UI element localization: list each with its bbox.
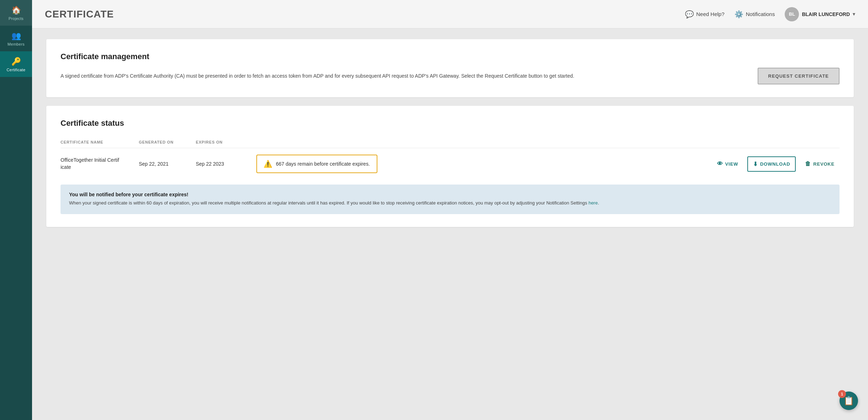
warning-icon: ⚠️	[263, 160, 272, 168]
header-actions: 💬 Need Help? ⚙️ Notifications BL BLAIR L…	[685, 7, 855, 21]
cert-expires-value: Sep 22 2023	[196, 161, 253, 167]
sidebar-item-label: Certificate	[7, 68, 26, 72]
sidebar-item-projects[interactable]: 🏠 Projects	[0, 0, 32, 26]
download-label: DOWNLOAD	[760, 161, 790, 167]
page-title: CERTIFICATE	[45, 9, 685, 20]
banner-text: When your signed certificate is within 6…	[69, 199, 831, 207]
avatar: BL	[785, 7, 799, 21]
need-help-button[interactable]: 💬 Need Help?	[685, 10, 725, 19]
col-header-generated: GENERATED ON	[139, 140, 196, 144]
cert-actions: 👁 VIEW ⬇ DOWNLOAD 🗑 REVOKE	[712, 156, 840, 172]
floating-help-button[interactable]: 1 📋	[840, 392, 858, 410]
chevron-down-icon: ▾	[853, 11, 855, 17]
chat-icon: 💬	[685, 10, 694, 19]
cert-status-title: Certificate status	[61, 119, 840, 128]
cert-management-title: Certificate management	[61, 52, 840, 61]
view-certificate-button[interactable]: 👁 VIEW	[712, 157, 743, 171]
cert-management-card: Certificate management A signed certific…	[46, 39, 854, 97]
sidebar: 🏠 Projects 👥 Members 🔑 Certificate	[0, 0, 32, 420]
banner-title: You will be notified before your certifi…	[69, 192, 831, 197]
sidebar-item-certificate[interactable]: 🔑 Certificate	[0, 51, 32, 77]
home-icon: 🏠	[11, 6, 21, 14]
gear-icon: ⚙️	[734, 10, 743, 19]
divider	[61, 148, 840, 148]
main-content: CERTIFICATE 💬 Need Help? ⚙️ Notification…	[32, 0, 868, 420]
members-icon: 👥	[11, 32, 21, 40]
cert-management-body: A signed certificate from ADP's Certific…	[61, 68, 840, 84]
request-certificate-button[interactable]: REQUEST CERTIFICATE	[758, 68, 840, 84]
certificate-icon: 🔑	[11, 58, 21, 66]
cert-table-header: CERTIFICATE NAME GENERATED ON EXPIRES ON	[61, 136, 840, 146]
revoke-label: REVOKE	[813, 161, 835, 167]
download-icon: ⬇	[753, 161, 758, 167]
col-header-expires: EXPIRES ON	[196, 140, 253, 144]
user-menu[interactable]: BL BLAIR LUNCEFORD ▾	[785, 7, 855, 21]
notifications-button[interactable]: ⚙️ Notifications	[734, 10, 775, 19]
sidebar-item-members[interactable]: 👥 Members	[0, 26, 32, 51]
chat-bubble-icon: 📋	[843, 396, 854, 406]
expiry-text: 667 days remain before certificate expir…	[276, 161, 370, 167]
notifications-label: Notifications	[746, 11, 775, 17]
expiry-notification-banner: You will be notified before your certifi…	[61, 185, 840, 214]
cert-name-value: OfficeTogether Initial Certif icate	[61, 157, 139, 171]
view-label: VIEW	[725, 161, 738, 167]
expiry-badge: ⚠️ 667 days remain before certificate ex…	[256, 155, 377, 173]
trash-icon: 🗑	[805, 161, 811, 167]
sidebar-item-label: Members	[7, 42, 25, 46]
cert-management-description: A signed certificate from ADP's Certific…	[61, 72, 743, 80]
help-label: Need Help?	[696, 11, 725, 17]
sidebar-item-label: Projects	[9, 16, 23, 21]
content-area: Certificate management A signed certific…	[32, 28, 868, 420]
revoke-certificate-button[interactable]: 🗑 REVOKE	[800, 157, 840, 171]
col-header-name: CERTIFICATE NAME	[61, 140, 139, 144]
user-name: BLAIR LUNCEFORD	[802, 11, 850, 17]
notification-settings-link[interactable]: here	[589, 200, 598, 206]
cert-generated-value: Sep 22, 2021	[139, 161, 196, 167]
notification-count-badge: 1	[838, 390, 846, 398]
eye-icon: 👁	[717, 161, 723, 167]
download-certificate-button[interactable]: ⬇ DOWNLOAD	[747, 156, 796, 172]
cert-table-row: OfficeTogether Initial Certif icate Sep …	[61, 150, 840, 178]
cert-status-card: Certificate status CERTIFICATE NAME GENE…	[46, 106, 854, 227]
header: CERTIFICATE 💬 Need Help? ⚙️ Notification…	[32, 0, 868, 28]
